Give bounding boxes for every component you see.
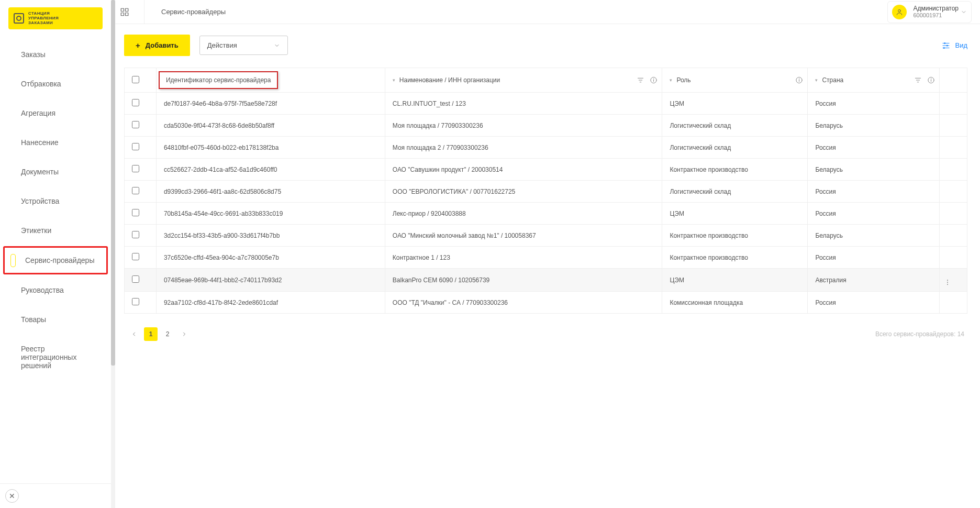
sidebar-item-label: Устройства — [21, 197, 59, 205]
cell-name: ОАО "Савушкин продукт" / 200030514 — [385, 159, 662, 181]
row-menu-icon[interactable] — [947, 280, 948, 285]
sidebar-item-label: Товары — [21, 315, 46, 324]
actions-label: Действия — [207, 41, 237, 49]
cell-country: Беларусь — [808, 115, 940, 137]
column-header-role[interactable]: ▾Роль — [662, 68, 808, 93]
chevron-down-icon — [961, 9, 967, 15]
row-checkbox[interactable] — [132, 99, 139, 106]
view-button[interactable]: Вид — [941, 41, 967, 50]
info-icon[interactable] — [650, 76, 658, 84]
filter-icon[interactable] — [637, 76, 644, 84]
table-row[interactable]: 64810fbf-e075-460d-b022-eb178138f2ba Моя… — [125, 137, 967, 159]
svg-point-38 — [943, 47, 945, 49]
info-icon[interactable] — [927, 76, 935, 84]
user-menu[interactable]: Администратор 600001971 — [887, 1, 972, 23]
svg-point-36 — [944, 42, 946, 44]
cell-id: cc526627-2ddb-41ca-af52-6a1d9c460ff0 — [156, 159, 385, 181]
sidebar: СТАНЦИЯ УПРАВЛЕНИЯ ЗАКАЗАМИ Заказы Отбра… — [0, 0, 112, 508]
sidebar-active-highlight: Сервис-провайдеры — [3, 246, 108, 274]
next-page-button[interactable] — [177, 327, 191, 341]
view-label: Вид — [955, 41, 967, 49]
sidebar-item-7[interactable]: Сервис-провайдеры — [5, 248, 106, 273]
logo[interactable]: СТАНЦИЯ УПРАВЛЕНИЯ ЗАКАЗАМИ — [8, 7, 103, 29]
sidebar-item-1[interactable]: Отбраковка — [0, 69, 111, 98]
cell-id: 92aa7102-cf8d-417b-8f42-2ede8601cdaf — [156, 292, 385, 314]
add-button-label: Добавить — [146, 41, 179, 49]
sidebar-item-label: Документы — [21, 168, 59, 176]
add-button[interactable]: + Добавить — [124, 35, 190, 56]
table-row[interactable]: 07485eae-969b-44f1-bbb2-c740117b93d2 Bal… — [125, 269, 967, 292]
cell-name: ООО "ЕВРОЛОГИСТИКА" / 007701622725 — [385, 181, 662, 203]
sidebar-item-label: Реестр интеграционных решений — [21, 345, 99, 370]
sidebar-item-6[interactable]: Этикетки — [0, 216, 111, 245]
row-checkbox[interactable] — [132, 231, 139, 238]
logo-text: СТАНЦИЯ УПРАВЛЕНИЯ ЗАКАЗАМИ — [28, 12, 59, 25]
sidebar-item-9[interactable]: Товары — [0, 305, 111, 334]
cell-id: 07485eae-969b-44f1-bbb2-c740117b93d2 — [156, 269, 385, 292]
sidebar-item-label: Отбраковка — [21, 80, 61, 88]
scrollbar[interactable] — [111, 0, 115, 508]
cell-role: ЦЭМ — [662, 93, 808, 115]
row-checkbox[interactable] — [132, 187, 139, 194]
cell-name: Моя площадка / 770903300236 — [385, 115, 662, 137]
filter-icon[interactable] — [914, 76, 922, 84]
table-row[interactable]: cc526627-2ddb-41ca-af52-6a1d9c460ff0 ОАО… — [125, 159, 967, 181]
table-row[interactable]: cda5030e-9f04-473f-8c68-6de8b50af8ff Моя… — [125, 115, 967, 137]
sidebar-item-5[interactable]: Устройства — [0, 186, 111, 216]
cell-name: Моя площадка 2 / 770903300236 — [385, 137, 662, 159]
table-row[interactable]: 92aa7102-cf8d-417b-8f42-2ede8601cdaf ООО… — [125, 292, 967, 314]
cell-country: Беларусь — [808, 225, 940, 247]
info-icon[interactable] — [795, 76, 803, 84]
cell-id: 3d2cc154-bf33-43b5-a900-33d617f4b7bb — [156, 225, 385, 247]
topbar: Сервис-провайдеры Администратор 60000197… — [112, 0, 980, 24]
logo-icon — [14, 13, 24, 24]
user-id: 600001971 — [913, 12, 959, 19]
cell-name: BalkanPro CEM 6090 / 102056739 — [385, 269, 662, 292]
close-sidebar-button[interactable]: ✕ — [5, 489, 19, 503]
row-checkbox[interactable] — [132, 209, 139, 216]
actions-select[interactable]: Действия — [199, 36, 288, 55]
table-row[interactable]: 37c6520e-cffd-45ea-904c-a7c780005e7b Кон… — [125, 247, 967, 269]
column-header-country[interactable]: ▾Страна — [808, 68, 940, 93]
user-role: Администратор — [913, 5, 959, 12]
table-header-row: Идентификатор сервис-провайдера ▾Наимено… — [125, 68, 967, 93]
select-all-checkbox[interactable] — [132, 76, 139, 83]
column-header-id[interactable]: Идентификатор сервис-провайдера — [156, 68, 385, 93]
row-checkbox[interactable] — [132, 121, 139, 128]
column-header-name[interactable]: ▾Наименование / ИНН организации — [385, 68, 662, 93]
apps-icon[interactable] — [120, 7, 129, 17]
prev-page-button[interactable] — [127, 327, 141, 341]
row-checkbox[interactable] — [132, 298, 139, 305]
sidebar-item-10[interactable]: Реестр интеграционных решений — [0, 334, 111, 380]
cell-role: ЦЭМ — [662, 203, 808, 225]
sidebar-item-4[interactable]: Документы — [0, 157, 111, 186]
sidebar-item-label: Агрегация — [21, 109, 55, 117]
cell-country: Россия — [808, 93, 940, 115]
table-row[interactable]: 3d2cc154-bf33-43b5-a900-33d617f4b7bb ОАО… — [125, 225, 967, 247]
row-checkbox[interactable] — [132, 253, 139, 260]
svg-point-32 — [898, 9, 901, 12]
cell-role: Логистический склад — [662, 181, 808, 203]
table-row[interactable]: 70b8145a-454e-49cc-9691-ab33b833c019 Лек… — [125, 203, 967, 225]
row-checkbox[interactable] — [132, 275, 139, 283]
svg-point-53 — [931, 79, 931, 79]
page-1-button[interactable]: 1 — [144, 327, 158, 341]
plus-icon: + — [136, 41, 140, 50]
id-header-highlight: Идентификатор сервис-провайдера — [159, 71, 279, 89]
table-row[interactable]: d9399cd3-2966-46f1-aa8c-62d5806c8d75 ООО… — [125, 181, 967, 203]
total-count: Всего сервис-провайдеров: 14 — [875, 330, 964, 338]
sidebar-item-0[interactable]: Заказы — [0, 40, 111, 69]
svg-point-47 — [799, 79, 800, 79]
chevron-down-icon — [274, 42, 280, 49]
cell-country: Россия — [808, 181, 940, 203]
page-2-button[interactable]: 2 — [161, 327, 174, 341]
sidebar-item-8[interactable]: Руководства — [0, 275, 111, 305]
avatar — [892, 5, 907, 19]
row-checkbox[interactable] — [132, 143, 139, 150]
sort-icon: ▾ — [670, 78, 672, 83]
table-row[interactable]: de7f0187-94e6-4b8a-975f-7f5ae58e728f CL.… — [125, 93, 967, 115]
cell-country: Россия — [808, 137, 940, 159]
row-checkbox[interactable] — [132, 165, 139, 172]
sidebar-item-2[interactable]: Агрегация — [0, 98, 111, 128]
sidebar-item-3[interactable]: Нанесение — [0, 128, 111, 157]
